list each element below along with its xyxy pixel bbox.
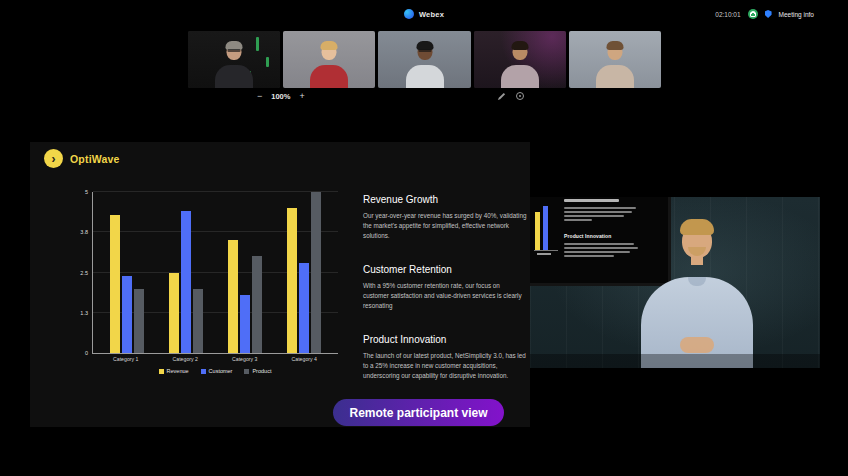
mini-text-line [564,247,638,249]
section-body: Our year-over-year revenue has surged by… [363,211,527,240]
participant-video-2[interactable] [283,31,375,88]
annotate-pen-icon[interactable] [497,92,506,101]
bar-product [311,192,321,353]
webex-meeting-window: Webex 02:10:01 Meeting info − 100% + › O… [0,0,848,476]
chart-legend: RevenueCustomerProduct [92,368,338,374]
legend-label: Revenue [167,368,189,374]
section-title: Product Innovation [363,334,527,345]
category-label: Category 2 [173,356,198,362]
led-accent [256,37,259,51]
remote-floor-shadow [530,354,820,368]
bar-customer [299,263,309,353]
bar-product [134,289,144,353]
presenter-hands [680,337,714,353]
top-bar-right: 02:10:01 Meeting info [715,0,814,28]
participant-body [406,65,444,88]
bar-group-2 [169,192,203,353]
participant-video-1[interactable] [188,31,280,88]
webex-logo-icon [404,9,414,19]
legend-swatch [201,369,206,374]
mini-text-line [564,255,614,257]
section-title: Customer Retention [363,264,527,275]
mini-section-title: Product Innovation [564,233,611,239]
mini-bar-customer [543,206,548,250]
participant-hair [606,41,623,50]
chart-category-labels: Category 1Category 2Category 3Category 4 [92,356,338,362]
category-label: Category 4 [292,356,317,362]
legend-swatch [159,369,164,374]
led-accent [266,57,269,67]
y-axis-tick: 3.8 [80,229,88,235]
bar-revenue [228,240,238,353]
bar-revenue [169,273,179,354]
mini-text-line [564,207,636,209]
legend-label: Product [252,368,271,374]
bar-customer [181,211,191,353]
participant-body [596,65,634,88]
bar-group-1 [110,192,144,353]
bar-customer [122,276,132,353]
participant-scene [569,31,661,88]
remote-participant-video: Product Innovation [530,197,820,368]
mini-text-line [564,211,632,213]
participant-scene [188,31,280,88]
chart-bar-groups [93,192,338,353]
bar-group-3 [228,192,262,353]
app-brand: Webex [404,0,444,28]
participant-scene [474,31,566,88]
legend-item-revenue: Revenue [159,368,189,374]
participant-hair [511,41,528,50]
zoom-in-button[interactable]: + [299,92,304,101]
meeting-info-button[interactable]: Meeting info [779,11,814,18]
bar-product [252,256,262,353]
participant-glasses [418,49,431,52]
section-customer-retention: Customer Retention With a 95% customer r… [363,264,527,310]
bar-group-4 [287,192,321,353]
secure-lock-icon [748,9,758,19]
participant-scene [283,31,375,88]
legend-item-product: Product [244,368,271,374]
y-axis-tick: 2.5 [80,270,88,276]
participant-video-4[interactable] [474,31,566,88]
zoom-out-button[interactable]: − [257,92,262,101]
zoom-level: 100% [271,92,290,101]
chart-plot: 01.32.53.85 [92,192,338,354]
y-axis-tick: 0 [85,350,88,356]
filmstrip [188,31,661,88]
brand-name: OptiWave [70,153,120,165]
section-revenue-growth: Revenue Growth Our year-over-year revenu… [363,194,527,240]
participant-body [215,65,253,88]
shield-info-icon [765,10,772,18]
bar-product [193,289,203,353]
participant-scene [378,31,470,88]
mini-text-line [564,199,619,202]
participant-video-3[interactable] [378,31,470,88]
meeting-timer: 02:10:01 [715,11,740,18]
participant-body [501,65,539,88]
pointer-circle-icon[interactable] [516,92,524,100]
mini-text-line [564,219,592,221]
category-label: Category 3 [232,356,257,362]
mini-text-line [564,251,630,253]
bar-chart: 01.32.53.85 Category 1Category 2Category… [92,192,338,354]
app-name: Webex [419,10,444,19]
mini-text-line [564,243,634,245]
top-bar: Webex 02:10:01 Meeting info [0,0,848,28]
remote-screen: Product Innovation [530,197,671,286]
remote-participant-view-button[interactable]: Remote participant view [333,399,504,426]
brand-arrow-icon: › [44,149,63,168]
mini-bar-revenue [535,212,540,250]
y-axis-tick: 1.3 [80,310,88,316]
section-product-innovation: Product Innovation The launch of our lat… [363,334,527,380]
presenter-hair [680,219,714,235]
mini-text-line [564,215,624,217]
share-tool-icons [497,88,524,104]
legend-item-customer: Customer [201,368,233,374]
bar-revenue [287,208,297,353]
mini-axis [534,250,558,251]
y-axis-tick: 5 [85,189,88,195]
participant-video-5[interactable] [569,31,661,88]
legend-label: Customer [209,368,233,374]
participant-glasses [228,49,241,52]
slide-brand: › OptiWave [44,149,120,168]
